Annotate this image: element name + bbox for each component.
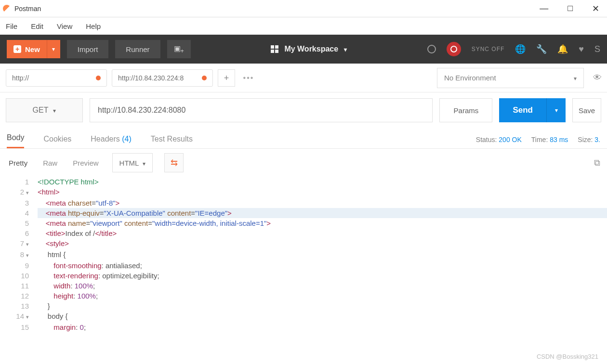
menu-view[interactable]: View [57, 22, 72, 30]
minimize-icon[interactable]: — [540, 3, 548, 14]
code-content: <style> [38, 238, 69, 249]
close-icon[interactable]: ✕ [592, 3, 599, 14]
headers-count: (4) [122, 135, 132, 143]
code-content: <html> [38, 187, 60, 198]
code-content: margin: 0; [38, 322, 86, 332]
code-line[interactable]: 2▾<html> [0, 187, 607, 198]
new-button[interactable]: + New [7, 40, 60, 58]
code-line[interactable]: 11 width: 100%; [0, 281, 607, 291]
code-content: html { [38, 249, 66, 260]
workspace-selector[interactable]: My Workspace [191, 45, 427, 53]
line-number: 10 [0, 271, 38, 281]
view-raw[interactable]: Raw [41, 156, 59, 170]
send-button[interactable]: Send [499, 98, 566, 122]
environment-label: No Environment [444, 74, 496, 82]
tab-body[interactable]: Body [7, 133, 24, 148]
wrap-lines-icon[interactable]: ⇆ [164, 153, 184, 172]
method-label: GET [33, 106, 49, 115]
code-line[interactable]: 7▾ <style> [0, 238, 607, 249]
chevron-down-icon [344, 45, 347, 53]
chevron-down-icon [574, 74, 577, 82]
params-button[interactable]: Params [439, 98, 492, 122]
response-meta: Status: 200 OK Time: 83 ms Size: 3. [476, 136, 600, 148]
code-content: width: 100%; [38, 281, 95, 291]
code-line[interactable]: 10 text-rendering: optimizeLegibility; [0, 271, 607, 281]
request-tab-1[interactable]: http://10.84.230.224:8 [112, 69, 213, 87]
code-line[interactable]: 8▾ html { [0, 249, 607, 260]
tab-test-results[interactable]: Test Results [151, 135, 193, 148]
import-button[interactable]: Import [67, 40, 109, 58]
header-right: SYNC OFF 🌐 🔧 🔔 ♥ S [427, 42, 600, 56]
line-number: 7▾ [0, 238, 38, 249]
window-title: Postman [14, 5, 540, 13]
new-window-button[interactable]: ▣+ [167, 40, 191, 58]
view-preview[interactable]: Preview [71, 156, 100, 170]
unsaved-dot-icon [202, 76, 207, 80]
menu-help[interactable]: Help [86, 22, 101, 30]
environment-preview-icon[interactable]: 👁 [588, 73, 607, 83]
code-line[interactable]: 13 } [0, 301, 607, 311]
format-label: HTML [119, 159, 139, 167]
title-bar: Postman — □ ✕ [0, 0, 607, 17]
format-selector[interactable]: HTML [112, 153, 153, 172]
menu-file[interactable]: File [6, 22, 17, 30]
code-line[interactable]: 12 height: 100%; [0, 291, 607, 301]
save-button[interactable]: Save [572, 98, 601, 122]
line-number: 5 [0, 218, 38, 228]
line-number: 1 [0, 177, 38, 187]
capture-icon[interactable] [427, 45, 436, 53]
workspace-label: My Workspace [284, 45, 338, 53]
settings-icon[interactable]: 🔧 [536, 44, 547, 54]
app-header: + New Import Runner ▣+ My Workspace SYNC… [0, 35, 607, 64]
line-number: 4 [0, 208, 38, 218]
request-tabs: http:// http://10.84.230.224:8 + ••• [0, 66, 424, 90]
code-line[interactable]: 6 <title>Index of /</title> [0, 228, 607, 238]
line-number: 12 [0, 291, 38, 301]
code-line[interactable]: 5 <meta name="viewport" content="width=d… [0, 218, 607, 228]
tab-headers[interactable]: Headers (4) [91, 135, 132, 148]
code-line[interactable]: 15 margin: 0; [0, 322, 607, 332]
menu-edit[interactable]: Edit [31, 22, 43, 30]
http-method-selector[interactable]: GET [6, 98, 83, 122]
menu-bar: File Edit View Help [0, 17, 607, 35]
code-line[interactable]: 14▾ body { [0, 311, 607, 322]
code-line[interactable]: 1<!DOCTYPE html> [0, 177, 607, 187]
watermark: CSDN @Bossking321 [537, 353, 598, 360]
browse-icon[interactable]: 🌐 [515, 44, 526, 54]
runner-button[interactable]: Runner [115, 40, 160, 58]
request-builder: GET Params Send Save [0, 95, 607, 126]
request-tab-0[interactable]: http:// [6, 69, 107, 87]
code-content: height: 100%; [38, 291, 98, 301]
add-tab-button[interactable]: + [218, 69, 235, 87]
code-line[interactable]: 3 <meta charset="utf-8"> [0, 198, 607, 208]
chevron-down-icon [53, 106, 56, 115]
tab-cookies[interactable]: Cookies [43, 135, 71, 148]
chevron-down-icon [143, 159, 145, 167]
code-line[interactable]: 9 font-smoothing: antialiased; [0, 260, 607, 271]
new-label: New [25, 45, 40, 53]
response-body[interactable]: 1<!DOCTYPE html>2▾<html>3 <meta charset=… [0, 177, 607, 332]
line-number: 15 [0, 322, 38, 332]
code-content: <meta charset="utf-8"> [38, 198, 119, 208]
line-number: 11 [0, 281, 38, 291]
code-content: } [38, 301, 50, 311]
heart-icon[interactable]: ♥ [579, 44, 584, 54]
postman-logo-icon [3, 5, 11, 13]
code-content: body { [38, 311, 68, 322]
code-content: font-smoothing: antialiased; [38, 260, 142, 271]
notifications-icon[interactable]: 🔔 [557, 44, 568, 54]
code-line[interactable]: 4 <meta http-equiv="X-UA-Compatible" con… [0, 208, 607, 218]
maximize-icon[interactable]: □ [567, 3, 573, 14]
response-tabs: Body Cookies Headers (4) Test Results St… [0, 126, 607, 149]
copy-icon[interactable]: ⧉ [594, 158, 600, 168]
new-dropdown-caret[interactable] [47, 40, 60, 58]
url-input[interactable] [90, 98, 433, 122]
sync-indicator-icon[interactable] [447, 42, 461, 56]
tab-options-button[interactable]: ••• [240, 69, 257, 87]
line-number: 14▾ [0, 311, 38, 322]
response-view-toolbar: Pretty Raw Preview HTML ⇆ ⧉ [0, 149, 607, 177]
signin-icon[interactable]: S [594, 44, 600, 54]
send-dropdown-caret[interactable] [546, 98, 566, 122]
view-pretty[interactable]: Pretty [7, 156, 29, 170]
environment-selector[interactable]: No Environment [437, 68, 584, 88]
